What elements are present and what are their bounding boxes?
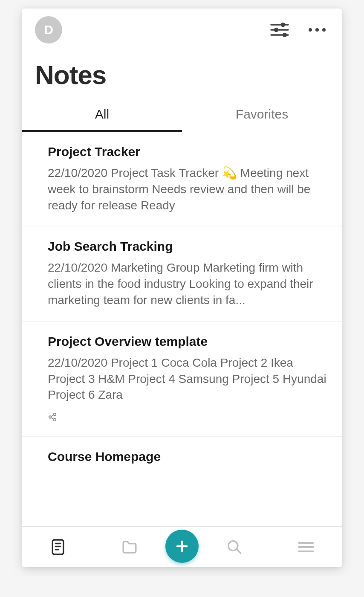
app-window: D Notes bbox=[22, 9, 342, 567]
plus-icon bbox=[175, 539, 189, 554]
note-title: Job Search Tracking bbox=[48, 239, 329, 254]
tab-all[interactable]: All bbox=[22, 96, 182, 132]
note-preview: 22/10/2020 Marketing Group Marketing fir… bbox=[48, 260, 329, 308]
svg-point-7 bbox=[315, 28, 319, 32]
folder-icon bbox=[121, 539, 138, 555]
nav-search[interactable] bbox=[199, 539, 270, 555]
svg-line-21 bbox=[237, 549, 240, 553]
nav-notes[interactable] bbox=[22, 539, 94, 556]
nav-menu[interactable] bbox=[270, 541, 342, 554]
tab-label: Favorites bbox=[236, 107, 288, 121]
svg-point-8 bbox=[322, 28, 326, 32]
svg-point-5 bbox=[283, 34, 286, 37]
note-preview: 22/10/2020 Project 1 Coca Cola Project 2… bbox=[48, 355, 329, 403]
avatar[interactable]: D bbox=[35, 16, 62, 43]
notes-list: Project Tracker 22/10/2020 Project Task … bbox=[22, 132, 342, 526]
svg-point-10 bbox=[49, 416, 52, 418]
nav-folders[interactable] bbox=[94, 539, 165, 555]
svg-point-6 bbox=[309, 28, 312, 32]
topbar: D bbox=[22, 9, 342, 43]
note-preview: 22/10/2020 Project Task Tracker 💫 Meetin… bbox=[48, 165, 329, 213]
filter-button[interactable] bbox=[270, 23, 289, 37]
note-title: Project Overview template bbox=[48, 334, 329, 349]
tab-label: All bbox=[95, 107, 109, 121]
top-actions bbox=[270, 23, 329, 37]
note-icon bbox=[51, 539, 65, 556]
shared-indicator bbox=[48, 412, 329, 423]
svg-point-9 bbox=[54, 413, 56, 416]
new-note-button[interactable] bbox=[165, 530, 199, 563]
svg-point-3 bbox=[275, 29, 278, 32]
svg-line-12 bbox=[51, 415, 54, 417]
more-button[interactable] bbox=[308, 27, 326, 32]
note-item[interactable]: Course Homepage bbox=[22, 437, 342, 483]
search-icon bbox=[226, 539, 243, 555]
menu-icon bbox=[298, 541, 315, 554]
more-horizontal-icon bbox=[308, 27, 326, 32]
note-item[interactable]: Job Search Tracking 22/10/2020 Marketing… bbox=[22, 226, 342, 321]
page-title: Notes bbox=[22, 43, 342, 96]
svg-point-11 bbox=[54, 419, 56, 421]
sliders-icon bbox=[270, 23, 289, 37]
note-item[interactable]: Project Overview template 22/10/2020 Pro… bbox=[22, 322, 342, 437]
svg-line-13 bbox=[51, 418, 54, 420]
tab-favorites[interactable]: Favorites bbox=[182, 96, 342, 132]
note-title: Course Homepage bbox=[48, 449, 329, 464]
share-icon bbox=[48, 412, 57, 422]
avatar-letter: D bbox=[44, 23, 53, 37]
bottom-nav bbox=[22, 526, 342, 567]
tabs: All Favorites bbox=[22, 96, 342, 132]
note-title: Project Tracker bbox=[48, 145, 329, 159]
svg-point-1 bbox=[282, 23, 285, 26]
note-item[interactable]: Project Tracker 22/10/2020 Project Task … bbox=[22, 132, 342, 226]
